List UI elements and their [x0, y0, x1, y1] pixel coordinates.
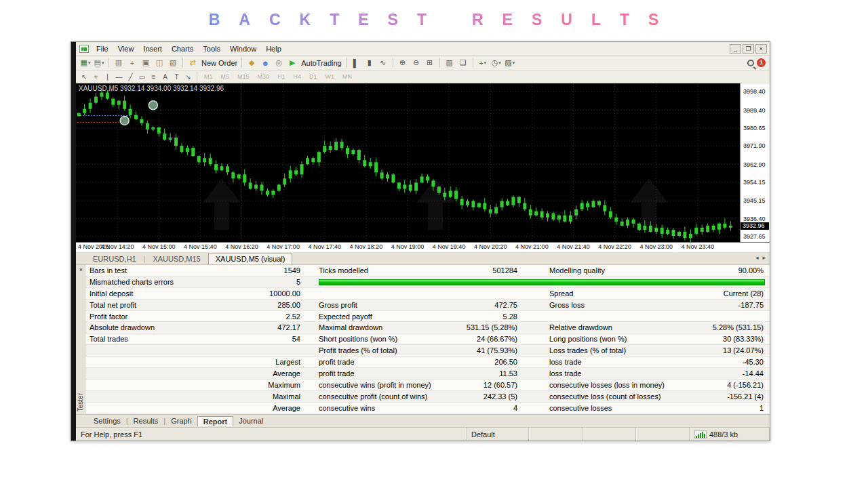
zoom-in-icon[interactable]: ⊕ [397, 57, 409, 68]
vertical-line-icon[interactable]: | [102, 72, 113, 82]
close-button[interactable]: × [755, 44, 767, 54]
timeframe-h4[interactable]: H4 [290, 72, 305, 81]
time-label: 4 Nov 17:40 [308, 243, 341, 250]
report-value [685, 311, 764, 322]
cell-gap [517, 288, 549, 299]
time-label: 4 Nov 23:00 [639, 243, 673, 250]
timeframe-d1[interactable]: D1 [306, 72, 321, 81]
text-icon[interactable]: A [160, 72, 170, 82]
banner-letter: E [358, 11, 369, 29]
notification-badge[interactable]: 1 [757, 58, 766, 67]
arrange-icon[interactable]: ▥ [443, 57, 456, 68]
tab-scroll-right-icon[interactable]: ▸ [762, 254, 766, 261]
report-value [448, 288, 517, 299]
periods-icon[interactable]: ◷▾ [490, 57, 502, 68]
menu-item-tools[interactable]: Tools [198, 43, 225, 54]
tester-tab-results[interactable]: Results [128, 416, 164, 426]
tester-tab-journal[interactable]: Journal [233, 416, 269, 426]
chart-tab-2[interactable]: XAUUSD,M15 [145, 253, 208, 264]
indicators-icon-glyph: + [479, 59, 483, 67]
restore-button[interactable]: ❐ [743, 44, 754, 54]
timeframe-m1[interactable]: M1 [201, 72, 216, 81]
price-label: 3954.15 [743, 179, 766, 186]
candlestick-icon[interactable]: ▮ [363, 57, 376, 68]
menu-item-help[interactable]: Help [261, 43, 286, 54]
search-icon[interactable] [747, 60, 754, 66]
bar-chart-icon-glyph: ▌ [353, 59, 359, 67]
line-chart-icon[interactable]: ∿ [377, 57, 389, 68]
report-label [90, 345, 235, 356]
tile-windows-icon[interactable]: ⊞ [424, 57, 436, 68]
menu-item-insert[interactable]: Insert [138, 43, 167, 54]
menu-item-file[interactable]: File [92, 43, 113, 54]
channel-icon[interactable]: ▭ [137, 72, 147, 82]
timeframe-w1[interactable]: W1 [322, 72, 338, 81]
candlestick-plot[interactable]: XAUUSD,M5 3932.14 3934.00 3932.14 3932.9… [76, 83, 740, 242]
traffic-bars-icon [694, 430, 707, 439]
autotrading-button[interactable]: ▶ [286, 57, 298, 68]
expert-advisors-icon[interactable]: ◆ [245, 57, 258, 68]
market-watch-icon[interactable]: ▥ [113, 57, 125, 68]
zoom-out-icon[interactable]: ⊖ [410, 57, 422, 68]
price-scale[interactable]: 3998.403989.403980.653971.903962.903954.… [740, 83, 770, 242]
trendline-icon[interactable]: ╱ [125, 72, 136, 82]
report-row: Largestprofit trade206.50loss trade-45.3… [85, 357, 770, 368]
chart-tab-3[interactable]: XAUUSD,M5 (visual) [208, 253, 293, 264]
menu-item-view[interactable]: View [113, 43, 139, 54]
new-order-button[interactable]: ⇄ [186, 57, 199, 68]
new-chart-icon[interactable]: ▦▾ [79, 57, 92, 68]
person-icon[interactable]: ☻ [259, 57, 271, 68]
templates-icon[interactable]: ▨▾ [504, 57, 516, 68]
report-value: Average [235, 403, 300, 413]
tab-scroll-left-icon[interactable]: ◂ [755, 254, 759, 261]
timeframe-mn[interactable]: MN [339, 72, 355, 81]
cursor-icon[interactable]: ↖ [79, 72, 90, 82]
timeframe-m5[interactable]: M5 [218, 72, 233, 81]
tester-tab-graph[interactable]: Graph [165, 416, 197, 426]
report-value: 12 (60.57) [448, 380, 517, 390]
horizontal-line-icon[interactable]: — [114, 72, 124, 82]
tester-gutter-label: Tester [77, 393, 84, 411]
tester-tab-settings[interactable]: Settings [88, 416, 126, 426]
time-axis[interactable]: 4 Nov 20254 Nov 14:204 Nov 15:004 Nov 15… [76, 242, 770, 252]
minimize-button[interactable]: _ [730, 44, 741, 54]
menu-item-charts[interactable]: Charts [167, 43, 198, 54]
globe-icon[interactable]: ◎ [273, 57, 285, 68]
report-value: Average [235, 368, 300, 379]
label-icon[interactable]: T [172, 72, 182, 82]
report-row: Maximalconsecutive profit (count of wins… [85, 391, 770, 403]
terminal-icon[interactable]: ◫ [153, 57, 165, 68]
strategy-tester-icon-glyph: ▧ [170, 58, 176, 67]
cell-gap [300, 403, 319, 413]
menu-item-window[interactable]: Window [225, 43, 261, 54]
timeframe-m30[interactable]: M30 [254, 72, 273, 81]
metatrader-window: FileViewInsertChartsToolsWindowHelp _❐× … [71, 41, 770, 441]
navigator-icon[interactable]: ▣ [140, 57, 152, 68]
timeframe-m15[interactable]: M15 [234, 72, 253, 81]
timeframe-h1[interactable]: H1 [274, 72, 289, 81]
navigator-icon-glyph: ▣ [142, 58, 149, 67]
arrow-icon[interactable]: ↘ [183, 72, 193, 82]
cascade-icon-glyph: ❏ [460, 58, 467, 67]
chart-tab-1[interactable]: EURUSD,H1 [85, 253, 144, 264]
report-label: consecutive losses (loss in money) [549, 380, 685, 390]
fibonacci-icon[interactable]: ≡ [149, 72, 159, 82]
time-label: 4 Nov 21:00 [515, 243, 549, 250]
autotrading-button-label[interactable]: AutoTrading [301, 59, 342, 67]
profiles-icon[interactable]: ▤▾ [93, 57, 105, 68]
status-profile[interactable]: Default [467, 428, 529, 441]
price-label: 3927.65 [743, 233, 766, 240]
cascade-icon[interactable]: ❏ [457, 57, 469, 68]
close-tester-icon[interactable]: × [77, 266, 85, 274]
bar-chart-icon[interactable]: ▌ [350, 57, 362, 68]
tester-tab-report[interactable]: Report [197, 416, 233, 426]
report-label: Modelling quality [549, 265, 685, 276]
indicators-icon[interactable]: +▾ [477, 57, 489, 68]
strategy-tester-icon[interactable]: ▧ [167, 57, 179, 68]
report-value: -156.21 (4) [685, 391, 764, 402]
data-window-icon[interactable]: + [126, 57, 138, 68]
report-value: 1 [685, 403, 764, 413]
new-order-button-label[interactable]: New Order [201, 59, 237, 67]
crosshair-icon[interactable]: + [91, 72, 101, 82]
report-label: Loss trades (% of total) [549, 345, 685, 356]
